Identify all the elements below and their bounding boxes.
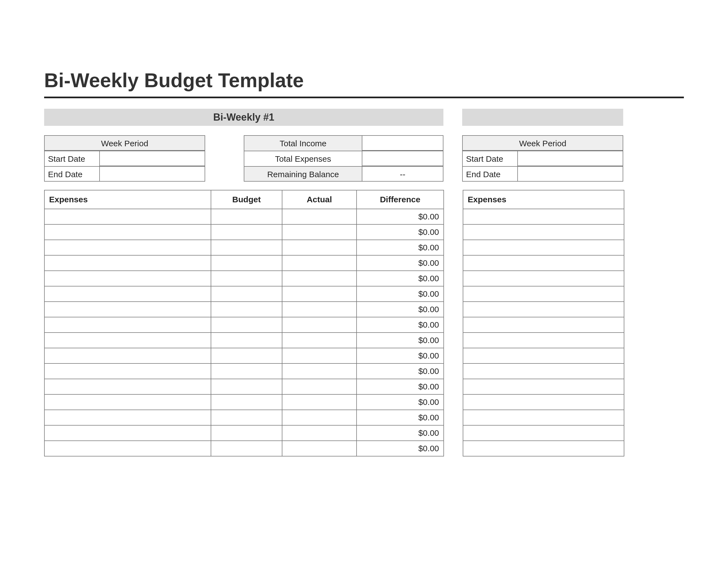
table-header-row-right: Expenses: [463, 190, 624, 209]
expenses-table-left: Expenses Budget Actual Difference $0.00$…: [44, 190, 444, 457]
expense-cell[interactable]: [44, 302, 211, 317]
actual-cell[interactable]: [282, 379, 357, 394]
budget-cell[interactable]: [211, 224, 282, 240]
table-row: [463, 271, 624, 286]
col-header-expenses-right: Expenses: [463, 190, 624, 209]
budget-cell[interactable]: [211, 394, 282, 410]
budget-cell[interactable]: [211, 255, 282, 271]
expense-cell[interactable]: [44, 271, 211, 286]
actual-cell[interactable]: [282, 224, 357, 240]
actual-cell[interactable]: [282, 425, 357, 441]
expense-cell[interactable]: [44, 394, 211, 410]
budget-cell[interactable]: [211, 317, 282, 333]
expense-cell[interactable]: [463, 425, 624, 441]
difference-cell: $0.00: [357, 286, 444, 302]
actual-cell[interactable]: [282, 271, 357, 286]
table-row: [463, 425, 624, 441]
actual-cell[interactable]: [282, 394, 357, 410]
budget-cell[interactable]: [211, 441, 282, 456]
end-date-input-left[interactable]: [99, 166, 205, 181]
actual-cell[interactable]: [282, 348, 357, 364]
table-row: $0.00: [44, 240, 444, 255]
actual-cell[interactable]: [282, 302, 357, 317]
expense-cell[interactable]: [44, 317, 211, 333]
difference-cell: $0.00: [357, 271, 444, 286]
difference-cell: $0.00: [357, 441, 444, 456]
actual-cell[interactable]: [282, 441, 357, 456]
expense-cell[interactable]: [44, 209, 211, 224]
expense-cell[interactable]: [463, 255, 624, 271]
expense-cell[interactable]: [44, 255, 211, 271]
table-row: $0.00: [44, 394, 444, 410]
total-expenses-value[interactable]: [362, 151, 443, 166]
total-income-label: Total Income: [244, 135, 362, 151]
expense-cell[interactable]: [463, 333, 624, 348]
expense-cell[interactable]: [44, 224, 211, 240]
actual-cell[interactable]: [282, 333, 357, 348]
expense-cell[interactable]: [463, 271, 624, 286]
expense-cell[interactable]: [463, 394, 624, 410]
end-date-input-right[interactable]: [517, 166, 623, 181]
difference-cell: $0.00: [357, 425, 444, 441]
expense-cell[interactable]: [44, 240, 211, 255]
expense-cell[interactable]: [463, 224, 624, 240]
expense-cell[interactable]: [463, 317, 624, 333]
budget-cell[interactable]: [211, 379, 282, 394]
budget-cell[interactable]: [211, 364, 282, 379]
difference-cell: $0.00: [357, 394, 444, 410]
table-row: $0.00: [44, 209, 444, 224]
end-date-label-left: End Date: [44, 166, 99, 181]
actual-cell[interactable]: [282, 410, 357, 425]
expense-cell[interactable]: [463, 286, 624, 302]
start-date-label-left: Start Date: [44, 151, 99, 166]
expense-cell[interactable]: [463, 379, 624, 394]
table-row: [463, 348, 624, 364]
expense-cell[interactable]: [44, 425, 211, 441]
budget-cell[interactable]: [211, 302, 282, 317]
budget-cell[interactable]: [211, 209, 282, 224]
expense-cell[interactable]: [44, 348, 211, 364]
budget-cell[interactable]: [211, 425, 282, 441]
table-row: [463, 224, 624, 240]
table-row: $0.00: [44, 317, 444, 333]
expense-cell[interactable]: [44, 441, 211, 456]
week-period-header-right: Week Period: [462, 135, 623, 151]
expense-cell[interactable]: [463, 441, 624, 456]
budget-cell[interactable]: [211, 348, 282, 364]
expense-cell[interactable]: [463, 240, 624, 255]
table-header-row-left: Expenses Budget Actual Difference: [44, 190, 444, 209]
expense-cell[interactable]: [44, 364, 211, 379]
difference-cell: $0.00: [357, 317, 444, 333]
start-date-input-left[interactable]: [99, 151, 205, 166]
expense-cell[interactable]: [44, 333, 211, 348]
expense-cell[interactable]: [463, 209, 624, 224]
budget-cell[interactable]: [211, 240, 282, 255]
budget-cell[interactable]: [211, 286, 282, 302]
difference-cell: $0.00: [357, 348, 444, 364]
total-income-value[interactable]: [362, 135, 443, 151]
difference-cell: $0.00: [357, 240, 444, 255]
budget-cell[interactable]: [211, 271, 282, 286]
expense-cell[interactable]: [44, 286, 211, 302]
expense-cell[interactable]: [44, 410, 211, 425]
difference-cell: $0.00: [357, 410, 444, 425]
expense-cell[interactable]: [44, 379, 211, 394]
actual-cell[interactable]: [282, 364, 357, 379]
budget-cell[interactable]: [211, 410, 282, 425]
expense-cell[interactable]: [463, 348, 624, 364]
table-row: [463, 364, 624, 379]
expense-cell[interactable]: [463, 410, 624, 425]
actual-cell[interactable]: [282, 240, 357, 255]
table-row: [463, 394, 624, 410]
budget-cell[interactable]: [211, 333, 282, 348]
actual-cell[interactable]: [282, 317, 357, 333]
actual-cell[interactable]: [282, 255, 357, 271]
actual-cell[interactable]: [282, 286, 357, 302]
expense-cell[interactable]: [463, 302, 624, 317]
actual-cell[interactable]: [282, 209, 357, 224]
expense-cell[interactable]: [463, 364, 624, 379]
col-header-budget: Budget: [211, 190, 282, 209]
difference-cell: $0.00: [357, 364, 444, 379]
start-date-input-right[interactable]: [517, 151, 623, 166]
table-row: [463, 441, 624, 456]
